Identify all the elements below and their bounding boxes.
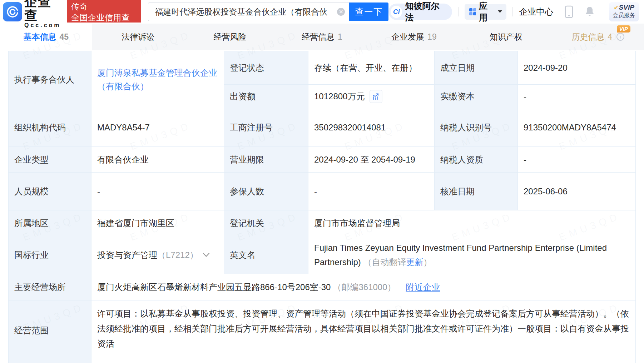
tab-label: 经营风险: [214, 31, 247, 43]
field-label-english-name: 英文名: [224, 236, 308, 274]
tab-count: 45: [59, 32, 69, 42]
field-value-capital: 1012800万元: [308, 85, 435, 108]
tab-count: 1: [338, 32, 342, 42]
field-value-business-scope: 许可项目：以私募基金从事股权投资、投资管理、资产管理等活动（须在中国证券投资基金…: [91, 300, 636, 363]
field-value-industry: 投资与资产管理 （L7212）: [91, 236, 224, 274]
zhibi-alpha-label: 知彼阿尔法: [405, 0, 445, 23]
brand-domain: Qcc.com: [24, 23, 64, 29]
bell-icon: [585, 6, 595, 17]
partner-company-link[interactable]: 厦门溥泉私募基金管理合伙企业（有限合伙）: [97, 66, 218, 93]
business-scope-text-continued: 动。（除依法须经批准的项目外，凭营业执照依法自主开展经营活动）: [97, 360, 633, 363]
address-text: 厦门火炬高新区石墨烯新材料产业园五显路866-10号206室-30: [97, 282, 331, 293]
tab-history-info[interactable]: VIP 历史信息 4 i: [552, 24, 644, 50]
update-translation-link[interactable]: 更新: [406, 257, 423, 267]
tab-label: 经营信息: [302, 31, 335, 43]
field-label-reg-number: 工商注册号: [224, 108, 308, 147]
tab-intellectual-property[interactable]: 知识产权: [460, 24, 552, 50]
field-label-taxpayer-qualification: 纳税人资质: [435, 147, 518, 173]
field-label-taxpayer-id: 纳税人识别号: [435, 108, 518, 147]
industry-expand-chevron-icon[interactable]: [203, 253, 210, 257]
field-label-establish-date: 成立日期: [435, 51, 518, 85]
field-value-company-type: 有限合伙企业: [91, 147, 224, 173]
field-value-address: 厦门火炬高新区石墨烯新材料产业园五显路866-10号206室-30 （邮编361…: [91, 274, 636, 300]
field-value-business-term: 2024-09-20 至 2054-09-19: [308, 147, 435, 173]
field-value-insured-count: -: [308, 173, 435, 210]
field-value-english-name: Fujian Times Zeyuan Equity Investment Fu…: [308, 236, 636, 274]
enterprise-center-link[interactable]: 企业中心: [519, 6, 553, 18]
english-name-text: Fujian Times Zeyuan Equity Investment Fu…: [314, 243, 607, 267]
field-label-reg-authority: 登记机关: [224, 210, 308, 236]
field-value-reg-authority: 厦门市市场监督管理局: [308, 210, 636, 236]
brand-name: 企查查: [24, 0, 64, 22]
field-value-org-code: MADY8A54-7: [91, 108, 224, 147]
tab-count: 19: [427, 32, 437, 42]
mobile-app-button[interactable]: [565, 5, 573, 18]
basic-info-table: 执行事务合伙人 厦门溥泉私募基金管理合伙企业（有限合伙） 登记状态 存续（在营、…: [8, 51, 636, 363]
search-input[interactable]: [148, 3, 349, 21]
header-right-nav: Ci 知彼阿尔法 应用 企业中心: [388, 2, 639, 22]
auto-translate-note: （自动翻译: [363, 257, 406, 267]
field-label-approval-date: 核准日期: [435, 173, 518, 210]
field-value-executive-partner: 厦门溥泉私募基金管理合伙企业（有限合伙）: [91, 51, 224, 108]
header: 企查查 Qcc.com 传奇 全国企业信用查询 ✕ 查一下 Ci 知彼阿尔法 应…: [0, 0, 644, 24]
ad-badge[interactable]: 传奇 全国企业信用查询: [67, 0, 141, 23]
tab-label: 企业发展: [391, 31, 424, 43]
field-label-org-code: 组织机构代码: [9, 108, 91, 147]
field-label-capital: 出资额: [224, 85, 308, 108]
nearby-companies-link[interactable]: 附近企业: [406, 282, 440, 293]
svip-subtitle: 会员服务: [611, 12, 637, 19]
field-label-paid-capital: 实缴资本: [435, 85, 518, 108]
chevron-down-icon: [497, 10, 502, 13]
info-icon[interactable]: i: [616, 33, 624, 41]
postcode-text: （邮编361000）: [333, 282, 396, 293]
field-label-insured-count: 参保人数: [224, 173, 308, 210]
field-value-taxpayer-qualification: -: [518, 147, 636, 173]
field-value-staff-size: -: [91, 173, 224, 210]
crown-icon: ✔: [614, 5, 618, 11]
field-value-region: 福建省厦门市湖里区: [91, 210, 224, 236]
zhibi-alpha-icon: Ci: [391, 6, 402, 18]
tab-label: 基本信息: [23, 31, 56, 43]
field-value-establish-date: 2024-09-20: [518, 51, 636, 85]
field-value-reg-number: 350298320014081: [308, 108, 435, 147]
industry-name: 投资与资产管理: [97, 249, 157, 261]
brand-text[interactable]: 企查查 Qcc.com: [24, 0, 64, 29]
svip-title: ✔SVIP: [611, 4, 637, 11]
capital-amount: 1012800万元: [314, 91, 365, 102]
tab-label: 法律诉讼: [122, 31, 154, 43]
field-label-staff-size: 人员规模: [9, 173, 91, 210]
qcc-logo-icon[interactable]: [3, 2, 22, 21]
svip-member-badge[interactable]: ✔SVIP 会员服务: [609, 2, 639, 22]
field-value-paid-capital: -: [518, 85, 636, 108]
tab-count: 4: [608, 32, 612, 42]
field-label-reg-status: 登记状态: [224, 51, 308, 85]
notifications-button[interactable]: [585, 6, 595, 17]
field-value-reg-status: 存续（在营、开业、在册）: [308, 51, 435, 85]
tab-label: 知识产权: [490, 31, 522, 43]
phone-icon: [565, 5, 573, 18]
business-scope-text: 许可项目：以私募基金从事股权投资、投资管理、资产管理等活动（须在中国证券投资基金…: [97, 306, 633, 351]
search-button[interactable]: 查一下: [349, 3, 388, 21]
field-label-company-type: 企业类型: [9, 147, 91, 173]
apps-label: 应用: [479, 0, 495, 23]
divider: [512, 7, 513, 16]
field-label-industry: 国标行业: [9, 236, 91, 274]
capital-trend-icon[interactable]: [370, 90, 382, 103]
vip-tag: VIP: [617, 25, 630, 33]
field-value-taxpayer-id: 91350200MADY8A5474: [518, 108, 636, 147]
field-label-business-scope: 经营范围: [9, 300, 91, 363]
divider: [458, 7, 459, 16]
tab-label: 历史信息: [571, 31, 604, 43]
ad-badge-line2: 全国企业信用查询: [71, 13, 137, 33]
tab-business-risk[interactable]: 经营风险: [184, 24, 276, 50]
search-bar: ✕ 查一下: [148, 3, 388, 21]
field-label-executive-partner: 执行事务合伙人: [9, 51, 91, 108]
field-label-region: 所属地区: [9, 210, 91, 236]
apps-menu[interactable]: 应用: [465, 4, 507, 20]
apps-grid-icon: [469, 8, 476, 16]
industry-code: （L7212）: [157, 249, 198, 261]
field-label-address: 主要经营场所: [9, 274, 91, 300]
tab-company-development[interactable]: 企业发展 19: [368, 24, 460, 50]
tab-business-info[interactable]: 经营信息 1: [276, 24, 368, 50]
zhibi-alpha-entry[interactable]: Ci 知彼阿尔法: [388, 4, 452, 20]
